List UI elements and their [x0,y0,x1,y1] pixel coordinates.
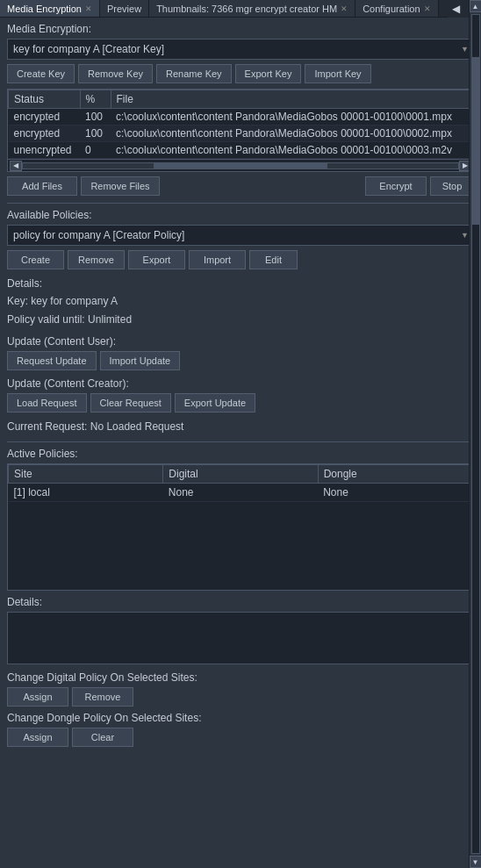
change-digital-buttons: Assign Remove [7,687,474,707]
policy-dropdown-row: policy for company A [Creator Policy] [7,225,474,246]
scroll-track[interactable] [22,162,459,169]
col-status: Status [9,90,81,109]
key-dropdown-row: key for company A [Creator Key] [7,39,474,60]
cell-status: encrypted [9,126,81,142]
policy-col-dongle: Dongle [318,464,472,483]
content-user-buttons: Request Update Import Update [7,351,474,370]
export-policy-button[interactable]: Export [128,250,185,269]
cell-percent: 100 [80,109,111,126]
policy-col-digital: Digital [163,464,318,483]
tab-media-encryption[interactable]: Media Encryption ✕ [0,0,100,17]
main-content: Media Encryption: key for company A [Cre… [0,18,481,757]
separator-2 [7,441,474,442]
stop-button[interactable]: Stop [430,176,474,196]
file-action-buttons: Add Files Remove Files Encrypt Stop [7,176,474,196]
content-creator-buttons: Load Request Clear Request Export Update [7,393,474,412]
create-key-button[interactable]: Create Key [7,64,75,83]
cell-percent: 0 [80,142,111,159]
import-key-button[interactable]: Import Key [305,64,370,83]
dongle-assign-button[interactable]: Assign [7,728,68,747]
active-policies-label: Active Policies: [7,448,474,460]
policy-dropdown-wrapper: policy for company A [Creator Policy] [7,225,474,246]
remove-files-button[interactable]: Remove Files [81,176,160,196]
available-policies-label: Available Policies: [7,209,474,221]
update-content-creator-label: Update (Content Creator): [7,377,474,390]
import-policy-button[interactable]: Import [189,250,246,269]
key-buttons-row: Create Key Remove Key Rename Key Export … [7,64,474,83]
export-update-button[interactable]: Export Update [175,393,255,412]
change-dongle-label: Change Dongle Policy On Selected Sites: [7,712,474,724]
scroll-thumb[interactable] [154,163,327,169]
create-policy-button[interactable]: Create [7,250,64,269]
details-key: Key: key for company A [7,292,474,310]
scroll-right-thumb[interactable] [472,57,479,225]
right-scrollbar[interactable]: ▲ ▼ [469,0,481,868]
file-table-scrollbar[interactable]: ◀ ▶ [7,160,474,172]
active-policies-table: Site Digital Dongle [1] local None None [8,464,473,502]
policy-buttons-row: Create Remove Export Import Edit [7,250,474,269]
scroll-up-arrow[interactable]: ▲ [470,0,482,12]
import-update-button[interactable]: Import Update [100,351,181,370]
active-details-label: Details: [7,596,474,608]
policy-col-site: Site [9,464,163,483]
key-dropdown-wrapper: key for company A [Creator Key] [7,39,474,60]
add-files-button[interactable]: Add Files [7,176,77,196]
cell-file: c:\coolux\content\content Pandora\MediaG… [111,142,473,159]
remove-key-button[interactable]: Remove Key [78,64,153,83]
tab-thumbnails[interactable]: Thumbnails: 7366 mgr encrypt creator HM … [149,0,355,17]
cell-file: c:\coolux\content\content Pandora\MediaG… [111,109,473,126]
dongle-clear-button[interactable]: Clear [72,728,133,747]
edit-policy-button[interactable]: Edit [249,250,298,269]
clear-request-button[interactable]: Clear Request [90,393,171,412]
details-label: Details: [7,275,474,292]
tab-bar: Media Encryption ✕ Preview Thumbnails: 7… [0,0,481,18]
key-dropdown[interactable]: key for company A [Creator Key] [7,39,474,60]
tab-nav-left[interactable]: ◀ [448,0,464,18]
request-update-button[interactable]: Request Update [7,351,97,370]
media-encryption-label: Media Encryption: [7,23,474,35]
current-request-label: Current Request: No Loaded Request [7,418,474,435]
cell-file: c:\coolux\content\content Pandora\MediaG… [111,126,473,142]
cell-digital: None [163,483,318,501]
scroll-left-arrow[interactable]: ◀ [10,161,22,171]
tab-preview[interactable]: Preview [100,0,149,17]
table-row[interactable]: unencrypted 0 c:\coolux\content\content … [9,142,473,159]
policy-spacer [8,502,473,590]
tab-thumbnails-close-icon[interactable]: ✕ [341,4,348,13]
tab-config-close-icon[interactable]: ✕ [424,4,431,13]
cell-percent: 100 [80,126,111,142]
digital-assign-button[interactable]: Assign [7,687,68,707]
policy-dropdown[interactable]: policy for company A [Creator Policy] [7,225,474,246]
export-key-button[interactable]: Export Key [235,64,302,83]
separator-1 [7,203,474,204]
cell-dongle: None [318,483,472,501]
table-row[interactable]: encrypted 100 c:\coolux\content\content … [9,109,473,126]
scroll-down-arrow[interactable]: ▼ [470,856,482,868]
digital-remove-button[interactable]: Remove [72,687,133,707]
change-digital-label: Change Digital Policy On Selected Sites: [7,671,474,684]
active-policies-table-container: Site Digital Dongle [1] local None None [7,463,474,591]
remove-policy-button[interactable]: Remove [68,250,125,269]
policy-details-block: Details: Key: key for company A Policy v… [7,275,474,328]
file-table: Status % File encrypted 100 c:\coolux\co… [8,90,473,159]
rename-key-button[interactable]: Rename Key [156,64,232,83]
tab-close-icon[interactable]: ✕ [85,4,92,13]
scroll-right-track[interactable] [471,14,480,854]
col-file: File [111,90,473,109]
policy-table-row[interactable]: [1] local None None [9,483,473,501]
cell-status: encrypted [9,109,81,126]
table-row[interactable]: encrypted 100 c:\coolux\content\content … [9,126,473,142]
tab-configuration[interactable]: Configuration ✕ [355,0,438,17]
update-content-user-label: Update (Content User): [7,335,474,348]
cell-status: unencrypted [9,142,81,159]
change-dongle-buttons: Assign Clear [7,728,474,747]
encrypt-button[interactable]: Encrypt [365,176,427,196]
details-policy-valid: Policy valid until: Unlimited [7,311,474,328]
load-request-button[interactable]: Load Request [7,393,87,412]
active-details-box [7,612,474,664]
col-percent: % [80,90,111,109]
cell-site: [1] local [9,483,163,501]
file-table-container: Status % File encrypted 100 c:\coolux\co… [7,89,474,160]
